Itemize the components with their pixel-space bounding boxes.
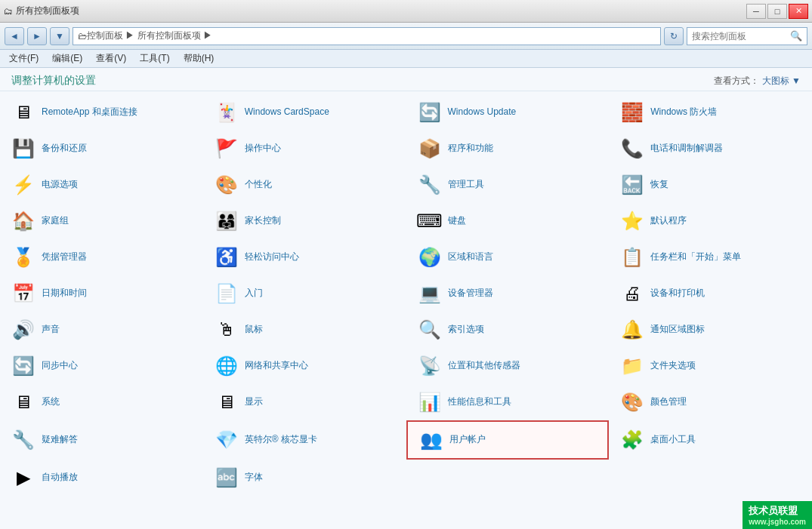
performance-icon: 📊	[418, 390, 442, 414]
grid-item-indexing[interactable]: 🔍索引选项	[406, 312, 610, 348]
search-input[interactable]	[692, 31, 783, 42]
grid-item-backup[interactable]: 💾备份和还原	[0, 131, 203, 167]
forward-button[interactable]: ►	[27, 27, 47, 45]
title-bar-controls: ─ □ ✕	[746, 4, 808, 19]
grid-item-performance[interactable]: 📊性能信息和工具	[406, 384, 610, 420]
grid-item-fonts[interactable]: 🔤字体	[203, 460, 406, 496]
autoplay-icon: ▶	[11, 466, 36, 490]
item-label-sound: 声音	[42, 324, 60, 336]
menu-tools[interactable]: 工具(T)	[137, 51, 172, 66]
item-label-getstarted: 入门	[245, 288, 263, 300]
modem-icon: 📞	[620, 137, 644, 161]
troubleshoot-icon: 🔧	[11, 428, 36, 452]
grid-item-default[interactable]: ⭐默认程序	[609, 203, 812, 239]
item-label-parental: 家长控制	[245, 215, 281, 227]
grid-item-location[interactable]: 📡位置和其他传感器	[406, 348, 610, 384]
grid-item-autoplay[interactable]: ▶自动播放	[0, 460, 203, 496]
search-icon[interactable]: 🔍	[790, 30, 802, 42]
grid-item-display[interactable]: 🖥显示	[203, 384, 406, 420]
close-button[interactable]: ✕	[789, 4, 808, 19]
menu-bar: 文件(F) 编辑(E) 查看(V) 工具(T) 帮助(H)	[0, 50, 812, 68]
display-icon: 🖥	[215, 390, 239, 414]
item-label-folder: 文件夹选项	[650, 360, 696, 372]
menu-help[interactable]: 帮助(H)	[181, 51, 218, 66]
grid-item-parental[interactable]: 👨‍👩‍👧家长控制	[203, 203, 406, 239]
item-label-intel: 英特尔® 核芯显卡	[245, 434, 317, 446]
grid-item-modem[interactable]: 📞电话和调制解调器	[609, 131, 812, 167]
menu-edit[interactable]: 编辑(E)	[49, 51, 85, 66]
refresh-button[interactable]: ↻	[664, 27, 684, 45]
title-bar-left: 🗂 所有控制面板项	[4, 5, 79, 17]
grid-item-remote[interactable]: 🖥RemoteApp 和桌面连接	[0, 94, 203, 131]
grid-item-gadgets[interactable]: 🧩桌面小工具	[609, 420, 812, 460]
content-header: 调整计算机的设置 查看方式： 大图标 ▼	[0, 68, 812, 91]
grid-item-admin[interactable]: 🔧管理工具	[406, 167, 610, 203]
menu-file[interactable]: 文件(F)	[6, 51, 42, 66]
items-grid: 🖥RemoteApp 和桌面连接🃏Windows CardSpace🔄Windo…	[0, 91, 812, 499]
keyboard-icon: ⌨	[418, 209, 442, 233]
item-label-mouse: 鼠标	[245, 324, 263, 336]
minimize-button[interactable]: ─	[746, 4, 766, 19]
item-label-recovery: 恢复	[650, 179, 668, 191]
useraccount-icon: 👥	[419, 428, 443, 452]
item-label-autoplay: 自动播放	[42, 472, 78, 484]
grid-item-ease[interactable]: ♿轻松访问中心	[203, 239, 406, 275]
grid-item-datetime[interactable]: 📅日期和时间	[0, 275, 203, 312]
item-label-default: 默认程序	[650, 215, 687, 227]
watermark-line2: www.jsgho.com	[749, 518, 806, 526]
cardspace-icon: 🃏	[215, 100, 239, 125]
grid-item-system[interactable]: 🖥系统	[0, 384, 203, 420]
grid-item-intel[interactable]: 💎英特尔® 核芯显卡	[203, 420, 406, 460]
grid-item-sync[interactable]: 🔄同步中心	[0, 348, 203, 384]
notify-icon: 🔔	[620, 318, 644, 342]
grid-item-personalize[interactable]: 🎨个性化	[203, 167, 406, 203]
item-label-remote: RemoteApp 和桌面连接	[42, 106, 137, 118]
grid-item-color[interactable]: 🎨颜色管理	[609, 384, 812, 420]
item-label-datetime: 日期和时间	[42, 288, 87, 300]
grid-item-recovery[interactable]: 🔙恢复	[609, 167, 812, 203]
address-path[interactable]: 🗁 控制面板 ▶ 所有控制面板项 ▶	[73, 27, 661, 45]
programs-icon: 📦	[418, 137, 442, 161]
back-button[interactable]: ◄	[5, 27, 24, 45]
grid-item-credential[interactable]: 🏅凭据管理器	[0, 239, 203, 275]
item-label-region: 区域和语言	[448, 251, 493, 263]
window-icon: 🗂	[4, 6, 13, 17]
region-icon: 🌍	[418, 245, 442, 269]
personalize-icon: 🎨	[215, 173, 239, 197]
remote-icon: 🖥	[11, 100, 36, 125]
menu-view[interactable]: 查看(V)	[93, 51, 129, 66]
grid-item-taskbar[interactable]: 📋任务栏和「开始」菜单	[609, 239, 812, 275]
grid-item-mouse[interactable]: 🖱鼠标	[203, 312, 406, 348]
grid-item-folder[interactable]: 📁文件夹选项	[609, 348, 812, 384]
maximize-button[interactable]: □	[767, 4, 787, 19]
grid-item-troubleshoot[interactable]: 🔧疑难解答	[0, 420, 203, 460]
grid-item-devices[interactable]: 🖨设备和打印机	[609, 275, 812, 312]
item-label-devices: 设备和打印机	[650, 288, 705, 300]
address-bar: ◄ ► ▼ 🗁 控制面板 ▶ 所有控制面板项 ▶ ↻ 🔍	[0, 23, 812, 50]
grid-item-firewall[interactable]: 🧱Windows 防火墙	[609, 94, 812, 131]
grid-item-notify[interactable]: 🔔通知区域图标	[609, 312, 812, 348]
item-label-ease: 轻松访问中心	[245, 251, 299, 263]
grid-item-programs[interactable]: 📦程序和功能	[406, 131, 610, 167]
grid-item-region[interactable]: 🌍区域和语言	[406, 239, 610, 275]
grid-item-getstarted[interactable]: 📄入门	[203, 275, 406, 312]
page-title: 调整计算机的设置	[11, 74, 96, 88]
grid-item-actioncenter[interactable]: 🚩操作中心	[203, 131, 406, 167]
grid-item-cardspace[interactable]: 🃏Windows CardSpace	[203, 94, 406, 131]
grid-item-homegroup[interactable]: 🏠家庭组	[0, 203, 203, 239]
watermark-line1: 技术员联盟	[749, 504, 806, 518]
folder-icon: 🗁	[78, 31, 87, 42]
item-label-color: 颜色管理	[650, 396, 687, 408]
grid-item-devmgr[interactable]: 💻设备管理器	[406, 275, 610, 312]
grid-item-sound[interactable]: 🔊声音	[0, 312, 203, 348]
recent-button[interactable]: ▼	[50, 27, 69, 45]
grid-item-keyboard[interactable]: ⌨键盘	[406, 203, 610, 239]
grid-item-network[interactable]: 🌐网络和共享中心	[203, 348, 406, 384]
firewall-icon: 🧱	[620, 100, 644, 125]
grid-item-winupdate[interactable]: 🔄Windows Update	[406, 94, 610, 131]
view-mode-button[interactable]: 大图标 ▼	[762, 75, 801, 88]
grid-item-useraccount[interactable]: 👥用户帐户	[406, 420, 610, 460]
content-area[interactable]: 调整计算机的设置 查看方式： 大图标 ▼ 🖥RemoteApp 和桌面连接🃏Wi…	[0, 68, 812, 529]
item-label-taskbar: 任务栏和「开始」菜单	[650, 251, 741, 263]
grid-item-power[interactable]: ⚡电源选项	[0, 167, 203, 203]
